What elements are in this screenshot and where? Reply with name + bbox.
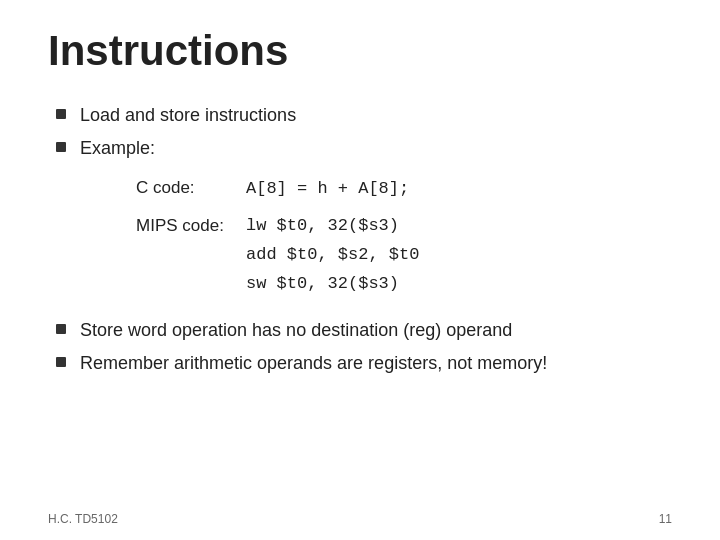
- slide-title: Instructions: [48, 28, 672, 74]
- footer-right: 11: [659, 512, 672, 526]
- mips-line-2: add $t0, $s2, $t0: [246, 241, 419, 270]
- bullet-item-3: Store word operation has no destination …: [56, 317, 672, 344]
- mips-line-1: lw $t0, 32($s3): [246, 212, 419, 241]
- slide: Instructions Load and store instructions…: [0, 0, 720, 540]
- bullet-item-4: Remember arithmetic operands are registe…: [56, 350, 672, 377]
- bullet-text-1: Load and store instructions: [80, 102, 296, 129]
- bullet-dot-1: [56, 109, 66, 119]
- c-code-label: C code:: [136, 174, 246, 203]
- mips-code-row: MIPS code: lw $t0, 32($s3) add $t0, $s2,…: [136, 212, 672, 299]
- code-block: C code: A[8] = h + A[8]; MIPS code: lw $…: [136, 174, 672, 299]
- mips-lines: lw $t0, 32($s3) add $t0, $s2, $t0 sw $t0…: [246, 212, 419, 299]
- mips-line-3: sw $t0, 32($s3): [246, 270, 419, 299]
- c-code-value: A[8] = h + A[8];: [246, 175, 409, 204]
- footer: H.C. TD5102 11: [48, 512, 672, 526]
- bullet-dot-4: [56, 357, 66, 367]
- footer-left: H.C. TD5102: [48, 512, 118, 526]
- top-bullet-list: Load and store instructions Example:: [56, 102, 672, 162]
- mips-code-label: MIPS code:: [136, 212, 246, 241]
- bullet-item-1: Load and store instructions: [56, 102, 672, 129]
- bullet-dot-3: [56, 324, 66, 334]
- c-code-row: C code: A[8] = h + A[8];: [136, 174, 672, 204]
- bullet-text-3: Store word operation has no destination …: [80, 317, 512, 344]
- bullet-text-4: Remember arithmetic operands are registe…: [80, 350, 547, 377]
- content-area: Load and store instructions Example: C c…: [48, 102, 672, 377]
- bottom-bullet-list: Store word operation has no destination …: [56, 317, 672, 377]
- bullet-dot-2: [56, 142, 66, 152]
- bullet-item-2: Example:: [56, 135, 672, 162]
- bullet-text-2: Example:: [80, 135, 155, 162]
